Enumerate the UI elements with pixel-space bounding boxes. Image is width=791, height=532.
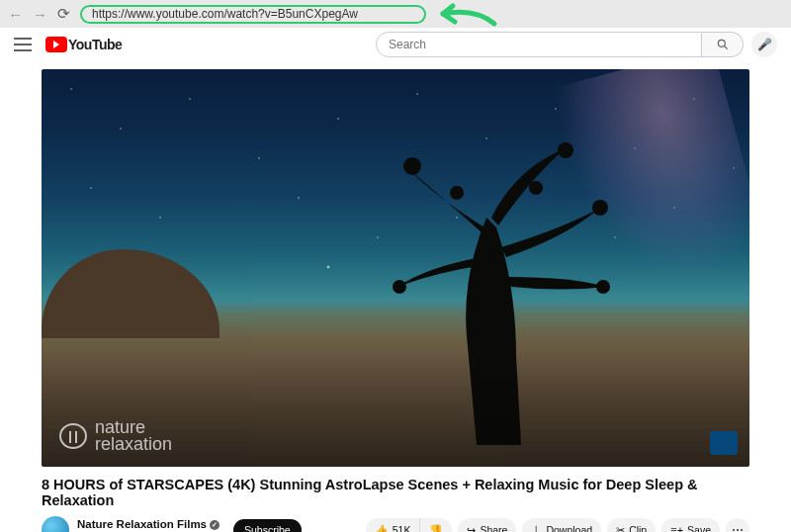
- download-icon: ⭳: [531, 524, 542, 532]
- like-button[interactable]: 👍 51K: [366, 518, 421, 532]
- youtube-logo[interactable]: YouTube: [45, 37, 122, 52]
- menu-icon[interactable]: [14, 38, 32, 51]
- svg-point-0: [718, 40, 725, 46]
- address-bar[interactable]: [80, 5, 426, 24]
- download-button[interactable]: ⭳ Download: [522, 518, 601, 532]
- video-watermark: nature relaxation: [59, 419, 172, 453]
- youtube-play-icon: [45, 37, 67, 52]
- corner-badge: [710, 431, 738, 455]
- masthead: YouTube 🎤: [0, 28, 791, 61]
- search-input[interactable]: [376, 32, 702, 57]
- more-actions-button[interactable]: ⋯: [726, 518, 749, 532]
- logo-text: YouTube: [68, 37, 122, 52]
- ellipsis-icon: ⋯: [732, 523, 745, 532]
- search-button[interactable]: [702, 32, 744, 57]
- thumbs-down-icon: 👎: [429, 524, 443, 533]
- watermark-icon: [59, 423, 87, 449]
- dislike-button[interactable]: 👎: [420, 518, 452, 532]
- video-player[interactable]: nature relaxation: [42, 69, 749, 467]
- scissors-icon: ✂: [616, 524, 625, 533]
- browser-toolbar: ← → ⟳: [0, 0, 791, 28]
- playlist-add-icon: ≡+: [670, 524, 683, 532]
- save-button[interactable]: ≡+ Save: [661, 518, 720, 532]
- verified-icon: ✓: [210, 520, 220, 530]
- svg-line-1: [724, 46, 727, 49]
- forward-icon[interactable]: →: [33, 6, 47, 23]
- channel-avatar[interactable]: [42, 516, 69, 532]
- voice-search-button[interactable]: 🎤: [751, 32, 777, 57]
- clip-button[interactable]: ✂ Clip: [607, 518, 656, 532]
- share-button[interactable]: ↪ Share: [458, 518, 516, 532]
- mic-icon: 🎤: [757, 38, 772, 51]
- subscribe-button[interactable]: Subscribe: [233, 519, 302, 532]
- reload-icon[interactable]: ⟳: [57, 5, 70, 23]
- video-title: 8 HOURS of STARSCAPES (4K) Stunning Astr…: [42, 477, 749, 508]
- share-icon: ↪: [467, 524, 476, 533]
- back-icon[interactable]: ←: [8, 6, 23, 23]
- thumbs-up-icon: 👍: [375, 524, 389, 533]
- meta-row: Nature Relaxation Films ✓ 914K subscribe…: [42, 516, 749, 532]
- search-icon: [716, 38, 730, 51]
